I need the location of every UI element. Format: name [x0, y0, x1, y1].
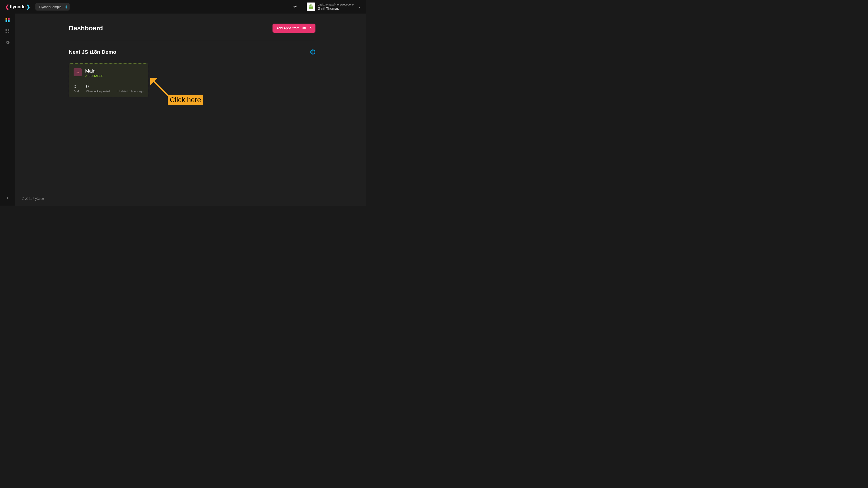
chevron-down-icon: ⌄ — [358, 5, 361, 8]
editable-badge: ✔ EDITABLE — [85, 74, 103, 78]
brand-text: flycode — [10, 4, 26, 9]
svg-rect-3 — [8, 18, 9, 20]
main-content: Dashboard Add Apps from GitHub Next JS i… — [15, 13, 366, 205]
dashboard-icon — [5, 18, 9, 22]
apps-icon — [5, 29, 9, 33]
gear-icon — [5, 40, 10, 45]
svg-rect-9 — [8, 32, 9, 33]
card-stats: 0 Draft 0 Change Requested Updated 4 hou… — [73, 84, 144, 93]
stat-value: 0 — [86, 84, 110, 89]
globe-icon[interactable]: 🌐 — [310, 49, 315, 55]
card-avatar: ma — [73, 68, 82, 76]
topbar: ❮ flycode ❯ FlycodeSample ▴▾ ☀ gael.thom… — [0, 0, 366, 13]
stat-label: Draft — [73, 90, 80, 93]
add-apps-button[interactable]: Add Apps from GitHub — [273, 24, 315, 33]
card-title: Main — [85, 68, 103, 74]
theme-toggle-icon[interactable]: ☀ — [293, 4, 297, 9]
branch-card[interactable]: ma Main ✔ EDITABLE 0 Draft 0 Change Requ… — [69, 64, 148, 97]
svg-rect-6 — [5, 29, 7, 31]
sidebar-item-dashboard[interactable] — [5, 18, 10, 23]
sidebar-item-settings[interactable] — [5, 40, 10, 45]
chevron-right-icon: › — [7, 196, 8, 200]
project-header: Next JS i18n Demo 🌐 — [69, 49, 315, 55]
project-name: Next JS i18n Demo — [69, 49, 116, 55]
annotation-label: Click here — [168, 95, 203, 105]
svg-rect-7 — [8, 29, 9, 31]
sidebar: › — [0, 13, 15, 205]
user-email: gael.thomas@herewecode.io — [318, 3, 353, 6]
stat-change-requested: 0 Change Requested — [86, 84, 110, 93]
svg-rect-8 — [5, 32, 7, 33]
logo[interactable]: ❮ flycode ❯ — [5, 4, 30, 10]
footer-copyright: © 2021 FlyCode — [22, 197, 44, 201]
chevron-left-icon: ❮ — [5, 4, 9, 10]
page-header: Dashboard Add Apps from GitHub — [69, 24, 315, 41]
stat-label: Change Requested — [86, 90, 110, 93]
project-selector[interactable]: FlycodeSample ▴▾ — [35, 3, 69, 10]
user-info: gael.thomas@herewecode.io Gaël Thomas — [318, 3, 353, 11]
project-selector-value: FlycodeSample — [39, 5, 62, 9]
android-icon — [308, 4, 314, 9]
user-menu[interactable]: gael.thomas@herewecode.io Gaël Thomas ⌄ — [307, 2, 361, 11]
svg-rect-2 — [5, 18, 7, 20]
sidebar-item-apps[interactable] — [5, 29, 10, 34]
card-header: ma Main ✔ EDITABLE — [73, 68, 144, 78]
page-title: Dashboard — [69, 24, 103, 32]
svg-rect-5 — [8, 20, 9, 22]
select-updown-icon: ▴▾ — [66, 4, 67, 9]
stat-value: 0 — [73, 84, 80, 89]
chevron-right-icon: ❯ — [26, 4, 30, 10]
updated-timestamp: Updated 4 hours ago — [118, 90, 144, 93]
stat-draft: 0 Draft — [73, 84, 80, 93]
sidebar-collapse[interactable]: › — [7, 196, 8, 200]
svg-rect-4 — [5, 20, 7, 22]
avatar — [307, 2, 315, 11]
user-name: Gaël Thomas — [318, 6, 353, 11]
